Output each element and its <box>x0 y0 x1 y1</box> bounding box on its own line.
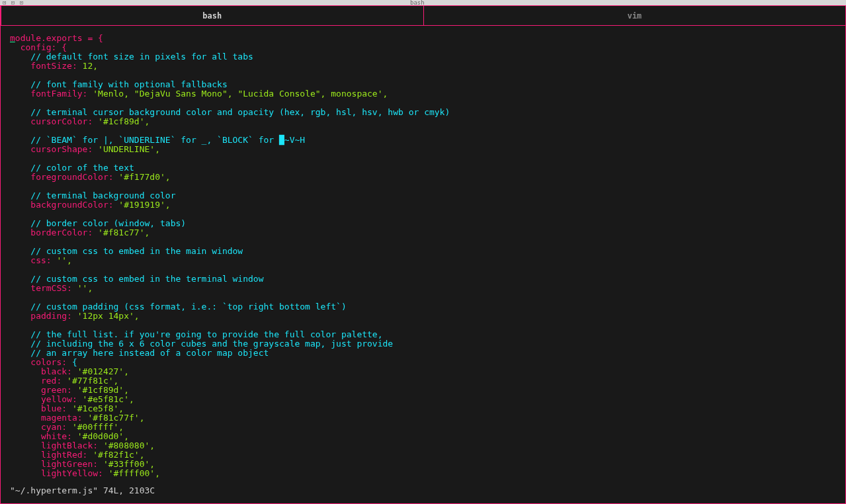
code-value: '#808080', <box>98 441 155 450</box>
code-value: '#012427', <box>72 366 129 376</box>
terminal-window: bash vim module.exports = { config: { //… <box>0 5 846 504</box>
code-value: '#d0d0d0', <box>72 431 129 441</box>
code-key: magenta: <box>10 413 83 423</box>
code-key: yellow: <box>10 394 77 404</box>
code-value: '#33ff00', <box>98 459 155 469</box>
terminal-content[interactable]: module.exports = { config: { // default … <box>1 26 845 503</box>
code-comment: // custom css to embed in the terminal w… <box>10 274 264 284</box>
code-key: red: <box>10 376 62 386</box>
code-key: lightYellow: <box>10 468 103 478</box>
code-key: cursorShape: <box>10 144 93 154</box>
window-controls[interactable]: ⊡ ⊡ ⊡ <box>3 0 24 6</box>
code-key: white: <box>10 431 72 441</box>
code-comment: // border color (window, tabs) <box>10 218 186 228</box>
code-line: config: { <box>10 42 67 52</box>
tab-vim[interactable]: vim <box>424 6 846 26</box>
code-key: cyan: <box>10 422 67 432</box>
code-value: 'Menlo, "DejaVu Sans Mono", "Lucida Cons… <box>87 89 388 99</box>
code-value: '#f177d0', <box>114 172 171 182</box>
code-key: padding: <box>10 311 72 321</box>
code-key: green: <box>10 385 72 395</box>
code-key: fontSize: <box>10 61 77 71</box>
code-value: '#1ce5f8', <box>67 403 124 413</box>
code-key: lightGreen: <box>10 459 98 469</box>
background-tab-label: bash <box>410 0 425 6</box>
code-comment: // custom padding (css format, i.e.: `to… <box>10 302 347 312</box>
code-value: '#f82f1c', <box>87 450 144 460</box>
vim-status-line: "~/.hyperterm.js" 74L, 2103C <box>10 486 155 495</box>
code-comment: // custom css to embed in the main windo… <box>10 246 243 256</box>
code-key: termCSS: <box>10 283 72 293</box>
code-key: backgroundColor: <box>10 200 114 210</box>
code-key: css: <box>10 255 52 265</box>
code-value: '#f81c77', <box>93 228 149 237</box>
code-key: blue: <box>10 403 67 413</box>
code-key: fontFamily: <box>10 89 87 99</box>
code-comment: // `BEAM` for |, `UNDERLINE` for _, `BLO… <box>10 135 305 145</box>
code-comment: // terminal background color <box>10 190 175 200</box>
code-value: 'UNDERLINE', <box>93 144 160 154</box>
code-value: '#191919', <box>114 200 171 210</box>
code-comment: // the full list. if you're going to pro… <box>10 329 383 339</box>
code-key: colors: <box>10 357 67 367</box>
code-value: '#e5f81c', <box>77 394 134 404</box>
code-comment: // default font size in pixels for all t… <box>10 52 253 62</box>
code-value: '#1cf89d', <box>93 116 149 126</box>
code-value: '#ffff00', <box>103 468 160 478</box>
code-value: '#1cf89d', <box>72 385 129 395</box>
code-value: '#77f81c', <box>62 376 118 386</box>
code-line: odule.exports = { <box>15 33 103 43</box>
code-key: cursorColor: <box>10 116 93 126</box>
code-value: '#f81c77f', <box>83 413 145 423</box>
tab-bash[interactable]: bash <box>1 6 424 26</box>
cursor-char: m <box>10 33 15 43</box>
code-punct: { <box>67 357 77 367</box>
os-chrome-bar: ⊡ ⊡ ⊡ bash <box>0 0 846 5</box>
code-comment: // font family with optional fallbacks <box>10 79 228 89</box>
code-value: '12px 14px', <box>72 311 140 321</box>
code-key: lightBlack: <box>10 441 98 450</box>
code-key: borderColor: <box>10 228 93 237</box>
code-key: foregroundColor: <box>10 172 114 182</box>
code-value: 12, <box>77 61 98 71</box>
tab-bar: bash vim <box>1 6 845 26</box>
code-value: '', <box>72 283 93 293</box>
code-comment: // an array here instead of a color map … <box>10 348 269 358</box>
code-comment: // terminal cursor background color and … <box>10 107 450 117</box>
code-comment: // including the 6 x 6 color cubes and t… <box>10 339 393 349</box>
code-value: '', <box>52 255 72 265</box>
code-comment: // color of the text <box>10 163 134 173</box>
code-value: '#00ffff', <box>67 422 124 432</box>
code-key: black: <box>10 366 72 376</box>
code-key: lightRed: <box>10 450 87 460</box>
